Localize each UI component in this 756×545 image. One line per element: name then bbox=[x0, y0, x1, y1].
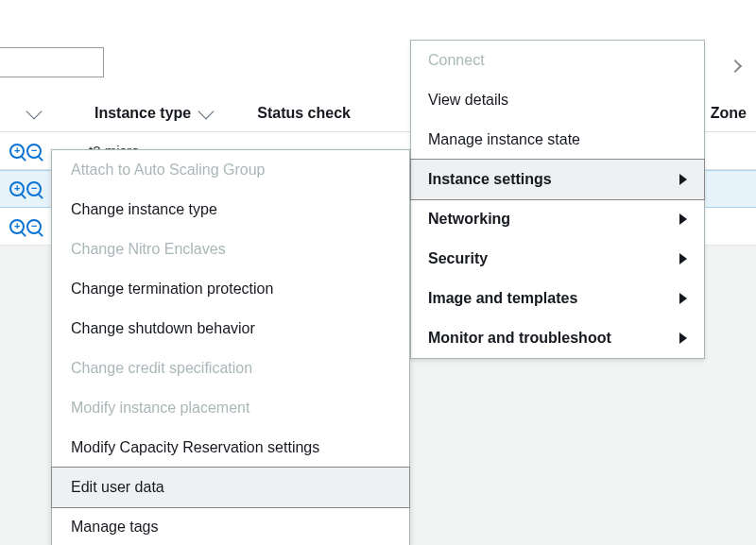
zoom-out-icon[interactable] bbox=[26, 144, 42, 159]
submenu-edit-user-data[interactable]: Edit user data bbox=[51, 467, 410, 508]
sort-icon bbox=[198, 103, 215, 119]
zoom-in-icon[interactable] bbox=[9, 144, 25, 159]
submenu-manage-tags[interactable]: Manage tags bbox=[52, 507, 409, 545]
submenu-change-shutdown[interactable]: Change shutdown behavior bbox=[52, 309, 409, 349]
menu-item-monitor[interactable]: Monitor and troubleshoot bbox=[411, 318, 704, 358]
menu-label: Monitor and troubleshoot bbox=[428, 330, 611, 347]
column-label: Status check bbox=[257, 105, 351, 122]
zoom-out-icon[interactable] bbox=[26, 219, 42, 234]
column-label: Zone bbox=[711, 105, 747, 122]
zoom-in-icon[interactable] bbox=[9, 181, 25, 196]
caret-right-icon bbox=[679, 213, 687, 225]
submenu-modify-capacity[interactable]: Modify Capacity Reservation settings bbox=[52, 428, 409, 468]
menu-label: Manage instance state bbox=[428, 131, 580, 148]
menu-label: Image and templates bbox=[428, 290, 577, 307]
menu-label: Connect bbox=[428, 52, 485, 69]
submenu-change-nitro: Change Nitro Enclaves bbox=[52, 230, 409, 269]
filter-input[interactable] bbox=[0, 47, 104, 77]
submenu-modify-placement: Modify instance placement bbox=[52, 388, 409, 428]
sort-icon[interactable] bbox=[26, 103, 43, 119]
menu-label: Instance settings bbox=[428, 171, 552, 188]
caret-right-icon bbox=[679, 293, 687, 304]
column-zone[interactable]: Zone bbox=[711, 105, 747, 122]
zoom-in-icon[interactable] bbox=[9, 219, 25, 234]
chevron-right-icon bbox=[729, 60, 742, 73]
submenu-change-type[interactable]: Change instance type bbox=[52, 190, 409, 230]
actions-menu: Connect View details Manage instance sta… bbox=[410, 40, 705, 359]
submenu-change-termination[interactable]: Change termination protection bbox=[52, 269, 409, 309]
menu-item-connect: Connect bbox=[411, 41, 704, 80]
menu-label: Security bbox=[428, 250, 488, 267]
submenu-attach-asg: Attach to Auto Scaling Group bbox=[52, 150, 409, 190]
column-instance-type[interactable]: Instance type bbox=[94, 105, 212, 122]
menu-item-image-templates[interactable]: Image and templates bbox=[411, 279, 704, 318]
menu-item-view-details[interactable]: View details bbox=[411, 80, 704, 120]
menu-item-instance-settings[interactable]: Instance settings bbox=[410, 159, 705, 200]
next-page-button[interactable] bbox=[722, 53, 748, 79]
caret-right-icon bbox=[679, 332, 687, 344]
menu-item-security[interactable]: Security bbox=[411, 239, 704, 279]
column-label: Instance type bbox=[94, 105, 191, 122]
caret-right-icon bbox=[679, 253, 687, 264]
instance-settings-submenu: Attach to Auto Scaling Group Change inst… bbox=[51, 149, 410, 545]
submenu-change-credit: Change credit specification bbox=[52, 349, 409, 388]
caret-right-icon bbox=[679, 174, 687, 185]
menu-item-networking[interactable]: Networking bbox=[411, 199, 704, 239]
column-status-check[interactable]: Status check bbox=[257, 105, 351, 122]
zoom-out-icon[interactable] bbox=[26, 181, 42, 196]
menu-label: Networking bbox=[428, 211, 510, 228]
menu-label: View details bbox=[428, 92, 508, 109]
menu-item-manage-state[interactable]: Manage instance state bbox=[411, 120, 704, 160]
